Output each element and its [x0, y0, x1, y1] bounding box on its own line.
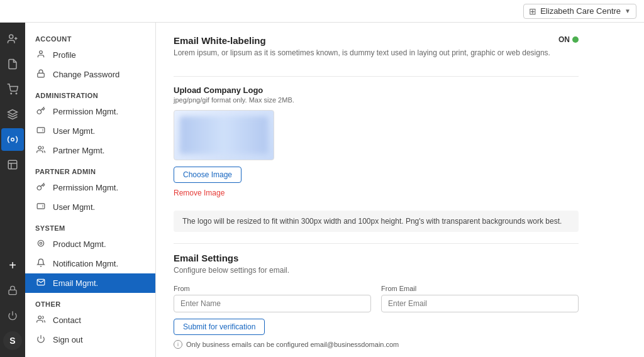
grid-icon: ⊞ — [529, 6, 536, 16]
sidebar-item-label: Permission Mgmt. — [53, 183, 118, 192]
sidebar-item-product-mgmt[interactable]: Product Mgmt. — [25, 234, 155, 254]
email-icon — [35, 278, 47, 288]
sidebar-item-permission-mgmt[interactable]: Permission Mgmt. — [25, 102, 155, 121]
sidebar-item-label: User Mgmt. — [53, 126, 95, 136]
svg-point-0 — [9, 35, 13, 38]
main-layout: + S ACCOUNT Profile Change Password ADMI… — [0, 23, 644, 357]
email-form-row: From From Email — [174, 285, 579, 312]
nav-add[interactable]: + — [1, 254, 24, 277]
svg-point-16 — [38, 316, 42, 319]
lock-icon — [35, 69, 47, 80]
sidebar-item-label: Change Password — [53, 70, 119, 79]
info-icon: i — [174, 340, 182, 349]
nav-analytics[interactable] — [1, 153, 24, 176]
sidebar-item-email-mgmt[interactable]: Email Mgmt. — [25, 273, 155, 293]
upload-logo-title: Upload Company Logo — [174, 85, 579, 95]
svg-rect-12 — [37, 128, 45, 133]
svg-rect-14 — [37, 204, 45, 209]
remove-image-button[interactable]: Remove Image — [174, 185, 225, 200]
logo-info-text: The logo will be resized to fit within 3… — [182, 217, 562, 226]
sidebar-item-profile[interactable]: Profile — [25, 45, 155, 65]
product-icon — [35, 239, 47, 250]
nav-add-user[interactable] — [1, 28, 24, 50]
sidebar-item-label: User Mgmt. — [53, 202, 95, 212]
sidebar-item-label: Contact — [53, 316, 81, 325]
sidebar-item-contact[interactable]: Contact — [25, 310, 155, 330]
svg-point-13 — [38, 146, 42, 150]
nav-cart[interactable] — [1, 78, 24, 101]
from-email-input[interactable] — [381, 295, 579, 312]
bell-icon — [35, 258, 47, 269]
topbar: ⊞ Elizabeth Care Centre ▼ — [0, 0, 644, 23]
email-note-text: Only business emails can be configured e… — [186, 341, 399, 348]
upload-logo-hint: jpeg/png/gif format only. Max size 2MB. — [174, 96, 579, 104]
sidebar-item-change-password[interactable]: Change Password — [25, 65, 155, 84]
sidebar-item-label: Notification Mgmt. — [53, 259, 118, 268]
chevron-down-icon: ▼ — [625, 8, 631, 14]
nav-layers[interactable] — [1, 103, 24, 126]
svg-point-10 — [40, 51, 43, 54]
contact-icon — [35, 315, 47, 326]
svg-rect-11 — [38, 73, 45, 77]
key-icon — [35, 106, 47, 117]
sidebar: ACCOUNT Profile Change Password ADMINIST… — [25, 23, 156, 357]
upload-logo-section: Upload Company Logo jpeg/png/gif format … — [174, 85, 579, 200]
email-note: i Only business emails can be configured… — [174, 340, 579, 349]
section-label-admin: ADMINISTRATION — [25, 84, 155, 102]
svg-rect-8 — [9, 290, 16, 294]
org-name: Elizabeth Care Centre — [540, 6, 621, 16]
nav-document[interactable] — [1, 53, 24, 75]
from-name-group: From — [174, 285, 371, 312]
svg-point-4 — [16, 93, 17, 94]
svg-point-6 — [11, 138, 14, 141]
preview-image-blur — [180, 116, 268, 154]
sidebar-item-label: Product Mgmt. — [53, 239, 106, 249]
email-settings-desc: Configure below settings for email. — [174, 266, 579, 275]
nav-avatar[interactable]: S — [3, 331, 22, 350]
whitelabeling-desc: Lorem ipsum, or lipsum as it is sometime… — [174, 48, 550, 57]
sidebar-item-partner-user-mgmt[interactable]: User Mgmt. — [25, 197, 155, 217]
sidebar-item-partner-permission-mgmt[interactable]: Permission Mgmt. — [25, 178, 155, 197]
id-card-icon — [35, 126, 47, 136]
person-icon — [35, 50, 47, 60]
sidebar-item-notification-mgmt[interactable]: Notification Mgmt. — [25, 254, 155, 273]
partners-icon — [35, 145, 47, 156]
svg-marker-5 — [8, 110, 18, 115]
nav-lock[interactable] — [1, 279, 24, 302]
toggle-status[interactable]: ON — [558, 35, 579, 44]
section-label-partner-admin: PARTNER ADMIN — [25, 160, 155, 178]
section-label-account: ACCOUNT — [25, 28, 155, 45]
section-label-system: SYSTEM — [25, 217, 155, 234]
whitelabeling-title: Email White-labeling — [174, 35, 550, 46]
nav-power[interactable] — [1, 304, 24, 327]
section-label-other: OTHER — [25, 293, 155, 310]
svg-point-15 — [40, 242, 42, 244]
power-icon — [35, 334, 47, 345]
sidebar-item-label: Partner Mgmt. — [53, 146, 104, 155]
choose-image-button[interactable]: Choose Image — [174, 167, 242, 183]
sidebar-item-label: Sign out — [53, 335, 83, 344]
sidebar-item-label: Email Mgmt. — [53, 278, 98, 288]
sidebar-item-label: Permission Mgmt. — [53, 107, 118, 116]
divider-1 — [174, 76, 579, 77]
email-settings-section: Email Settings Configure below settings … — [174, 253, 579, 349]
logo-info-box: The logo will be resized to fit within 3… — [174, 211, 579, 232]
whitelabeling-header: Email White-labeling Lorem ipsum, or lip… — [174, 35, 579, 67]
sidebar-item-partner-mgmt[interactable]: Partner Mgmt. — [25, 141, 155, 160]
from-name-input[interactable] — [174, 295, 371, 312]
sidebar-item-user-mgmt[interactable]: User Mgmt. — [25, 121, 155, 141]
email-settings-title: Email Settings — [174, 253, 579, 263]
svg-point-3 — [11, 93, 12, 94]
divider-2 — [174, 243, 579, 244]
submit-verification-button[interactable]: Submit for verification — [174, 319, 265, 335]
sidebar-item-label: Profile — [53, 50, 76, 60]
toggle-label: ON — [558, 35, 570, 44]
key-icon-2 — [35, 182, 47, 193]
sidebar-item-sign-out[interactable]: Sign out — [25, 330, 155, 349]
from-email-group: From Email — [381, 285, 579, 312]
from-email-label: From Email — [381, 285, 579, 292]
org-selector[interactable]: ⊞ Elizabeth Care Centre ▼ — [523, 4, 636, 19]
content-area: Email White-labeling Lorem ipsum, or lip… — [156, 23, 644, 357]
id-card-icon-2 — [35, 202, 47, 212]
nav-settings[interactable] — [1, 128, 24, 151]
